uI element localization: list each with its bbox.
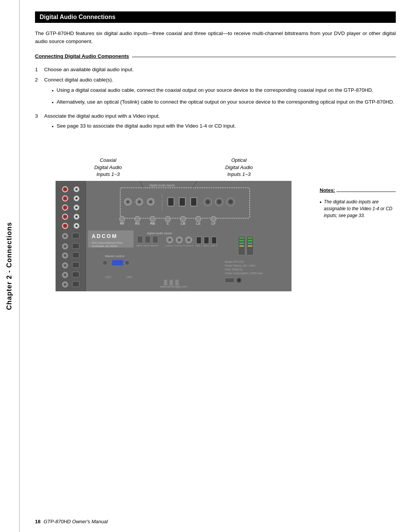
svg-point-4 bbox=[64, 188, 66, 190]
notes-bullet: • The digital audio inputs are assignabl… bbox=[320, 198, 396, 219]
svg-point-68 bbox=[135, 216, 140, 222]
svg-text:LB: LB bbox=[181, 222, 185, 225]
svg-text:ADCOM: ADCOM bbox=[92, 233, 118, 239]
svg-point-45 bbox=[126, 200, 129, 203]
svg-rect-124 bbox=[164, 280, 167, 285]
svg-rect-108 bbox=[239, 243, 244, 244]
svg-text:digital 1: digital 1 bbox=[136, 244, 144, 247]
svg-rect-81 bbox=[153, 236, 158, 243]
step-1-text: Choose an available digital audio input. bbox=[44, 66, 396, 74]
diagram-area: CoaxialDigital AudioInputs 1~3 OpticalDi… bbox=[35, 157, 396, 291]
svg-point-14 bbox=[75, 206, 78, 209]
diagram-container: CoaxialDigital AudioInputs 1~3 OpticalDi… bbox=[35, 157, 312, 291]
svg-rect-90 bbox=[212, 237, 217, 244]
svg-rect-31 bbox=[72, 252, 79, 258]
step-2-bullets: • Using a digital coaxial audio cable, c… bbox=[44, 86, 396, 107]
diagram-labels: CoaxialDigital AudioInputs 1~3 OpticalDi… bbox=[35, 157, 312, 178]
svg-point-30 bbox=[64, 254, 66, 257]
chapter-label: Chapter 2 - Connections bbox=[6, 222, 14, 310]
svg-text:Power Rating: 120 - 240V: Power Rating: 120 - 240V bbox=[225, 264, 255, 267]
svg-text:RF: RF bbox=[120, 222, 124, 225]
svg-text:coaxial 1: coaxial 1 bbox=[165, 244, 174, 247]
svg-text:C: C bbox=[167, 222, 169, 225]
step-2-text: Connect digital audio cable(s). bbox=[44, 77, 113, 83]
notes-section: Notes: • The digital audio inputs are as… bbox=[320, 187, 396, 219]
svg-rect-40 bbox=[72, 281, 79, 287]
subsection-line: Connecting Digital Audio Components bbox=[35, 52, 396, 62]
subsection-divider bbox=[132, 57, 396, 57]
step-1: 1 Choose an available digital audio inpu… bbox=[35, 66, 396, 74]
step-2-content: Connect digital audio cable(s). • Using … bbox=[44, 76, 396, 110]
svg-point-6 bbox=[75, 188, 78, 190]
svg-text:LF: LF bbox=[212, 222, 216, 225]
svg-text:RS: RS bbox=[135, 222, 140, 225]
notes-line: Notes: bbox=[320, 187, 396, 196]
svg-point-39 bbox=[64, 283, 66, 286]
svg-point-16 bbox=[64, 216, 66, 218]
device-image: digital audio inputs bbox=[35, 181, 312, 291]
svg-point-57 bbox=[217, 200, 221, 204]
svg-rect-34 bbox=[72, 262, 79, 268]
svg-text:120V: 120V bbox=[105, 276, 112, 278]
page-number: 18 bbox=[35, 519, 40, 524]
notes-divider bbox=[336, 192, 396, 192]
svg-point-101 bbox=[103, 260, 107, 265]
svg-text:optic 1: optic 1 bbox=[195, 244, 202, 247]
svg-rect-113 bbox=[248, 245, 252, 247]
step-3-num: 3 bbox=[35, 112, 41, 134]
svg-point-120 bbox=[237, 279, 241, 282]
step-2-bullet-2-text: Alternatively, use an optical (Toslink) … bbox=[57, 98, 395, 107]
step-2-num: 2 bbox=[35, 76, 41, 110]
intro-paragraph: The GTP-870HD features six digital audio… bbox=[35, 30, 396, 46]
svg-text:digital audio inputs: digital audio inputs bbox=[150, 184, 175, 187]
svg-point-33 bbox=[64, 264, 66, 267]
svg-rect-1 bbox=[56, 181, 86, 291]
svg-point-73 bbox=[211, 216, 216, 222]
svg-point-49 bbox=[149, 200, 152, 203]
footer: 18 GTP-870HD Owner's Manual bbox=[35, 519, 396, 524]
svg-point-83 bbox=[169, 239, 171, 241]
svg-rect-126 bbox=[175, 280, 178, 285]
svg-text:www.adcomgtp.com: www.adcomgtp.com bbox=[159, 285, 187, 288]
svg-rect-107 bbox=[239, 240, 244, 241]
svg-rect-89 bbox=[204, 237, 209, 244]
svg-point-12 bbox=[64, 206, 66, 209]
svg-rect-52 bbox=[179, 198, 185, 206]
section-header: Digital Audio Connections bbox=[35, 11, 396, 23]
sidebar: Chapter 2 - Connections bbox=[0, 0, 20, 532]
svg-text:Master control: Master control bbox=[105, 254, 124, 258]
step-3-bullets: • See page 33 to associate the digital a… bbox=[44, 122, 396, 131]
svg-point-36 bbox=[64, 274, 66, 276]
bullet-icon-2: • bbox=[52, 99, 54, 107]
svg-point-59 bbox=[229, 200, 233, 204]
svg-rect-28 bbox=[72, 243, 79, 249]
coaxial-label: CoaxialDigital AudioInputs 1~3 bbox=[94, 157, 122, 178]
svg-rect-125 bbox=[170, 280, 173, 285]
step-3-bullet-1-text: See page 33 to associate the digital aud… bbox=[57, 122, 236, 131]
svg-text:LS: LS bbox=[196, 222, 201, 225]
svg-point-47 bbox=[138, 200, 141, 203]
svg-text:optic 3: optic 3 bbox=[210, 244, 217, 247]
svg-rect-112 bbox=[248, 243, 252, 244]
svg-point-10 bbox=[75, 197, 78, 200]
svg-point-69 bbox=[150, 216, 155, 222]
svg-point-55 bbox=[206, 200, 210, 204]
notes-text: The digital audio inputs are assignable … bbox=[324, 198, 396, 219]
svg-point-103 bbox=[125, 260, 129, 265]
svg-rect-25 bbox=[72, 233, 79, 238]
svg-point-85 bbox=[178, 239, 180, 241]
svg-rect-118 bbox=[225, 278, 234, 283]
bullet-icon-1: • bbox=[52, 87, 54, 95]
step-3-content: Associate the digital audio input with a… bbox=[44, 112, 396, 134]
svg-rect-88 bbox=[196, 237, 201, 244]
svg-text:RB: RB bbox=[150, 222, 155, 225]
svg-text:digital 2: digital 2 bbox=[144, 244, 152, 247]
step-2-bullet-2: • Alternatively, use an optical (Toslink… bbox=[52, 98, 396, 107]
svg-point-72 bbox=[196, 216, 201, 222]
svg-text:Freq: 50/60 Hz: Freq: 50/60 Hz bbox=[225, 268, 243, 271]
svg-text:digital 3: digital 3 bbox=[151, 244, 159, 247]
svg-text:optic 2: optic 2 bbox=[203, 244, 210, 247]
svg-text:120V: 120V bbox=[126, 276, 132, 278]
svg-rect-110 bbox=[248, 237, 252, 239]
svg-rect-79 bbox=[137, 236, 143, 243]
